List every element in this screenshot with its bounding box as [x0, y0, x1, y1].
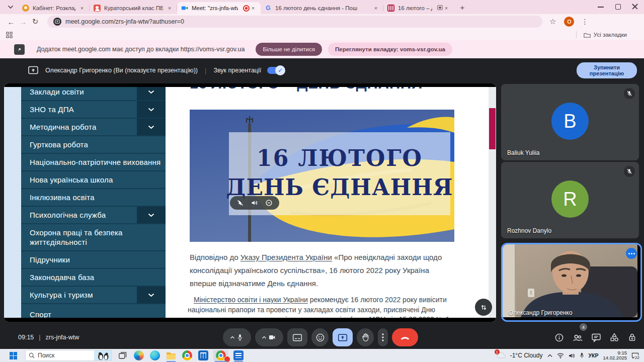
- tab-close-icon[interactable]: [166, 5, 173, 12]
- sidebar-item-kultura-turyzm[interactable]: Культура і туризм: [21, 287, 166, 304]
- meeting-details-icon[interactable]: [554, 333, 564, 342]
- sidebar-item-nacpatriotychne[interactable]: Національно-патріотичне виховання: [21, 154, 166, 171]
- more-options-button[interactable]: [378, 328, 388, 346]
- chevron-down-icon[interactable]: [137, 87, 166, 100]
- tray-expand-chevron-icon[interactable]: [547, 354, 552, 357]
- taskbar-app-edge-icon[interactable]: [149, 350, 161, 361]
- taskbar-app-document-icon[interactable]: [232, 350, 245, 361]
- chat-icon[interactable]: [591, 333, 601, 342]
- tray-clock[interactable]: 9:15 14.02.2025: [603, 350, 627, 360]
- tray-mic-icon[interactable]: [580, 352, 584, 358]
- forward-button-icon[interactable]: [17, 16, 29, 28]
- host-controls-icon[interactable]: [627, 332, 637, 342]
- end-call-button[interactable]: [392, 328, 418, 346]
- window-restore-button[interactable]: [615, 4, 621, 10]
- speaker-icon[interactable]: [251, 200, 258, 206]
- chevron-down-icon[interactable]: [137, 101, 166, 118]
- taskbar-app-chrome-meet-active[interactable]: [213, 350, 228, 361]
- taskbar-app-chrome-icon[interactable]: [181, 350, 193, 361]
- activities-icon[interactable]: [609, 332, 619, 342]
- chevron-down-icon[interactable]: [137, 207, 166, 223]
- sidebar-item-inkliuzyvna-osvita[interactable]: Інклюзивна освіта: [21, 189, 166, 207]
- page-scrollbar[interactable]: [489, 87, 496, 318]
- tab-search-chevron-icon[interactable]: [4, 2, 17, 13]
- chevron-up-icon[interactable]: [262, 335, 267, 339]
- tile-options-icon[interactable]: [626, 248, 637, 259]
- chevron-up-icon[interactable]: [230, 335, 235, 339]
- camera-icon[interactable]: [268, 333, 277, 341]
- ministry-link[interactable]: Міністерство освіти і науки України: [194, 296, 308, 304]
- sidebar-item-nova-ukrainska-shkola[interactable]: Нова українська школа: [21, 171, 166, 189]
- start-button-icon[interactable]: [7, 350, 19, 361]
- minimize-circle-icon[interactable]: [266, 200, 272, 206]
- tab-close-icon[interactable]: [443, 5, 450, 12]
- decree-link[interactable]: Указу Президента України: [240, 253, 332, 261]
- sidebar-item-pidruchnyky[interactable]: Підручники: [21, 251, 166, 269]
- participant-tile-self-video[interactable]: Олександр Григоренко: [501, 243, 642, 322]
- hand-icon[interactable]: [361, 333, 370, 342]
- participant-tile-rozhnov[interactable]: R Rozhnov Danylo: [501, 162, 639, 238]
- stop-sharing-button[interactable]: Більше не ділитися: [256, 43, 322, 56]
- browser-tab-den-ednannia[interactable]: 16 лютого – ДЕНЬ ЄДНАНН: [383, 2, 454, 14]
- address-bar[interactable]: meet.google.com/zrs-jnfa-wtw?authuser=0: [47, 16, 542, 28]
- window-minimize-button[interactable]: [598, 4, 604, 10]
- captions-icon[interactable]: [292, 333, 302, 342]
- captions-button[interactable]: [287, 328, 307, 346]
- sidebar-item-zakonodavcha-baza[interactable]: Законодавча база: [21, 269, 166, 287]
- page-scrollbar-thumb[interactable]: [489, 108, 496, 149]
- sidebar-item-hurtkova-robota[interactable]: Гурткова робота: [21, 136, 166, 154]
- browser-tab-schedule[interactable]: Кабінет: Розклад: [18, 2, 90, 14]
- camera-button[interactable]: [255, 328, 283, 346]
- wifi-icon[interactable]: [557, 353, 564, 358]
- view-tab-button[interactable]: Переглянути вкладку: voms-vsr.gov.ua: [328, 43, 452, 56]
- tab-close-icon[interactable]: [372, 5, 379, 12]
- mic-button[interactable]: [223, 328, 251, 346]
- present-button-active[interactable]: [333, 328, 353, 346]
- back-button-icon[interactable]: [5, 16, 17, 28]
- taskbar-app-copilot-icon[interactable]: [133, 350, 145, 361]
- sidebar-item-zaklady-osvity[interactable]: Заклади освіти: [21, 87, 166, 101]
- bookmark-star-icon[interactable]: [549, 17, 556, 26]
- profile-avatar[interactable]: О: [564, 17, 574, 27]
- present-icon[interactable]: [338, 333, 348, 342]
- all-bookmarks[interactable]: Усі закладки: [576, 31, 644, 38]
- notification-center-icon[interactable]: 22: [631, 352, 639, 359]
- window-close-button[interactable]: [632, 4, 638, 10]
- taskbar-app-calculator-icon[interactable]: [197, 350, 209, 361]
- browser-tab-class[interactable]: Кураторський клас ПБс-24-41: [90, 2, 177, 14]
- sidebar-item-sport[interactable]: Спорт: [21, 304, 166, 318]
- sidebar-item-metodychna-robota[interactable]: Методична робота: [21, 119, 166, 136]
- participant-tile-baliuk[interactable]: B Baliuk Yuliia: [501, 84, 639, 160]
- floating-media-controls[interactable]: [230, 196, 279, 210]
- task-view-icon[interactable]: [117, 350, 129, 361]
- presentation-audio-toggle[interactable]: [267, 67, 284, 74]
- taskbar-weather[interactable]: 1 -1°C Cloudy: [496, 351, 543, 359]
- tab-close-icon[interactable]: [250, 5, 257, 12]
- presentation-tile[interactable]: Заклади освіти ЗНО та ДПА Методична робо…: [4, 83, 496, 322]
- keyboard-language[interactable]: УКР: [589, 352, 599, 358]
- apps-grid-icon[interactable]: [6, 32, 13, 38]
- raise-hand-button[interactable]: [357, 328, 374, 346]
- tab-close-icon[interactable]: [78, 5, 86, 12]
- pointer-off-icon[interactable]: [237, 200, 244, 206]
- scroll-control-button[interactable]: [475, 299, 492, 316]
- new-tab-button[interactable]: [457, 2, 468, 13]
- taskbar-app-file-explorer-icon[interactable]: [165, 350, 177, 361]
- volume-icon[interactable]: [569, 353, 575, 358]
- search-highlight-penguins-image[interactable]: [94, 350, 111, 360]
- browser-tab-search-result[interactable]: 16 лютого день єднання - Пош: [261, 2, 383, 14]
- chevron-down-icon[interactable]: [137, 287, 166, 303]
- more-vertical-icon[interactable]: [382, 333, 384, 341]
- end-call-icon[interactable]: [400, 335, 410, 340]
- reload-button-icon[interactable]: [29, 16, 41, 28]
- reactions-button[interactable]: [311, 328, 329, 346]
- browser-tab-meet-active[interactable]: Meet: "zrs-jnfa-wtw": [177, 2, 261, 14]
- sidebar-item-zno-dpa[interactable]: ЗНО та ДПА: [21, 101, 166, 119]
- stop-presentation-button[interactable]: Зупинити презентацію: [577, 62, 637, 78]
- taskbar-search-input[interactable]: Поиск: [25, 350, 112, 361]
- sidebar-item-psykholohichna-sluzhba[interactable]: Психологічна служба: [21, 207, 166, 224]
- people-icon[interactable]: [572, 333, 583, 342]
- browser-menu-icon[interactable]: [581, 18, 588, 26]
- emoji-icon[interactable]: [315, 333, 325, 342]
- mic-icon[interactable]: [236, 333, 244, 342]
